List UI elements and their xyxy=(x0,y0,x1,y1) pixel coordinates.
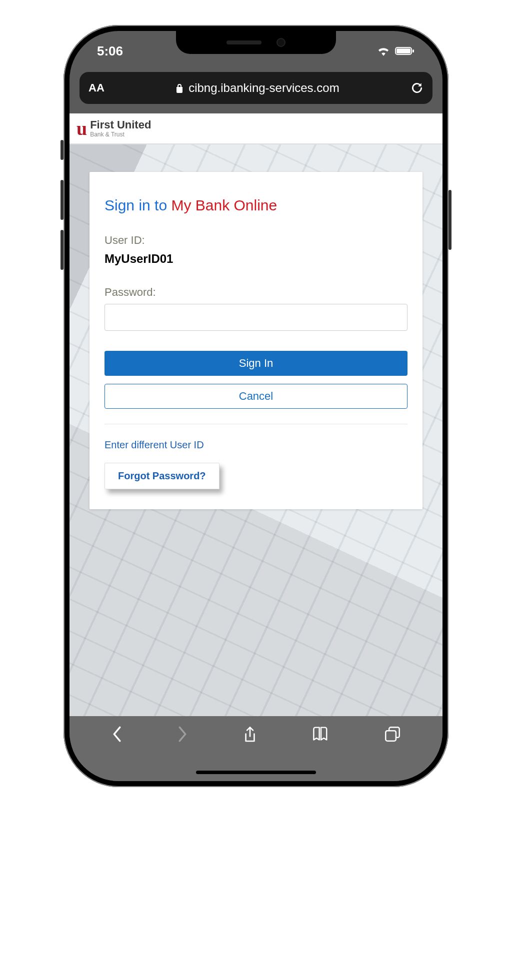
sign-in-button[interactable]: Sign In xyxy=(104,351,408,376)
user-id-value: MyUserID01 xyxy=(104,252,408,266)
heading-prefix: Sign in to xyxy=(104,197,171,213)
divider xyxy=(104,424,408,424)
phone-notch xyxy=(176,31,336,54)
signin-heading: Sign in to My Bank Online xyxy=(104,197,408,214)
signin-card: Sign in to My Bank Online User ID: MyUse… xyxy=(90,172,422,509)
phone-frame: 5:06 AA cibng.ibanking-servi xyxy=(64,25,448,787)
lock-icon xyxy=(176,83,184,93)
forward-button[interactable] xyxy=(177,726,188,742)
forgot-password-button[interactable]: Forgot Password? xyxy=(104,463,220,489)
svg-rect-4 xyxy=(386,731,396,741)
bank-logo-icon: u xyxy=(76,119,85,138)
password-input[interactable] xyxy=(104,304,408,331)
svg-rect-1 xyxy=(396,48,410,53)
back-button[interactable] xyxy=(112,726,122,742)
brand-name: First United xyxy=(90,119,151,130)
cancel-button[interactable]: Cancel xyxy=(104,384,408,409)
phone-power-button xyxy=(448,190,452,250)
home-indicator[interactable] xyxy=(196,771,316,774)
phone-mute-switch xyxy=(60,140,64,160)
phone-front-camera xyxy=(276,38,286,47)
heading-brand: My Bank Online xyxy=(171,197,277,213)
page-background: Sign in to My Bank Online User ID: MyUse… xyxy=(70,144,442,726)
tabs-button[interactable] xyxy=(384,726,400,742)
bookmarks-button[interactable] xyxy=(312,726,330,741)
phone-speaker xyxy=(226,40,262,44)
site-header: u First United Bank & Trust xyxy=(70,113,442,144)
text-size-button[interactable]: AA xyxy=(88,81,104,94)
user-id-label: User ID: xyxy=(104,234,408,247)
brand-tagline: Bank & Trust xyxy=(90,131,151,137)
browser-url-bar[interactable]: AA cibng.ibanking-services.com xyxy=(80,72,432,104)
share-button[interactable] xyxy=(242,726,258,744)
svg-rect-2 xyxy=(412,49,414,52)
url-text: cibng.ibanking-services.com xyxy=(188,81,339,95)
page-viewport: u First United Bank & Trust Sign in to M… xyxy=(70,113,442,726)
phone-volume-up xyxy=(60,180,64,220)
reload-icon[interactable] xyxy=(410,81,424,94)
wifi-icon xyxy=(377,46,390,56)
different-user-link[interactable]: Enter different User ID xyxy=(104,439,408,451)
battery-icon xyxy=(395,46,415,56)
password-label: Password: xyxy=(104,286,408,299)
status-time: 5:06 xyxy=(97,43,123,59)
phone-volume-down xyxy=(60,230,64,270)
